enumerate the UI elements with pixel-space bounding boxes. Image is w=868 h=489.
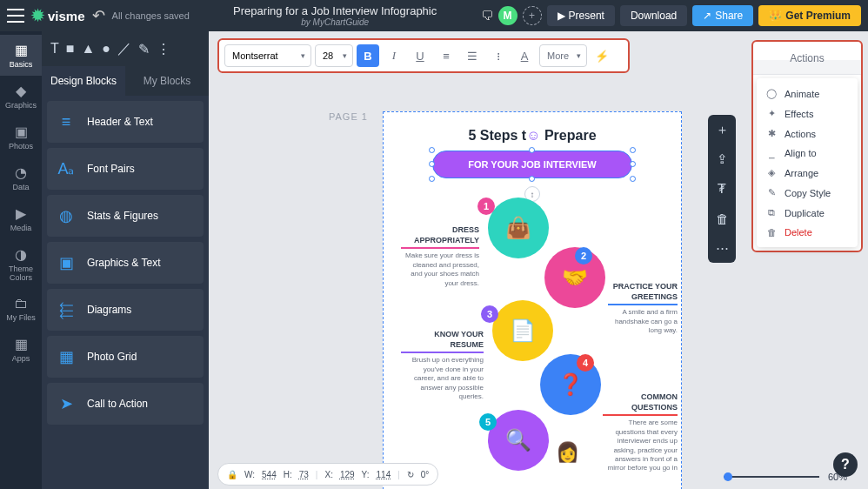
download-button[interactable]: Download: [620, 5, 687, 26]
step-badge: 3: [481, 305, 498, 323]
comment-icon[interactable]: 🗨: [481, 9, 493, 23]
height-value[interactable]: 73: [299, 470, 309, 479]
action-align-to[interactable]: ⎯Align to: [757, 144, 858, 163]
nav-photos[interactable]: ▣Photos: [0, 117, 42, 157]
action-actions[interactable]: ✱Actions: [757, 124, 858, 144]
nav-basics[interactable]: ▦Basics: [0, 35, 42, 76]
block-graphics-text[interactable]: ▣Graphics & Text: [47, 242, 204, 284]
resize-handle[interactable]: [529, 147, 535, 153]
shape-tool-row: T ■ ▲ ● ／ ✎ ⋮: [42, 31, 209, 66]
resize-handle[interactable]: [630, 176, 636, 182]
triangle-tool-icon[interactable]: ▲: [81, 41, 95, 57]
text-tool-icon[interactable]: T: [50, 41, 59, 57]
nav-graphics[interactable]: ◆Graphics: [0, 76, 42, 117]
lock-icon[interactable]: 🔒: [227, 470, 237, 479]
action-delete[interactable]: 🗑Delete: [757, 223, 858, 242]
get-premium-button[interactable]: 👑 Get Premium: [758, 5, 861, 26]
y-value[interactable]: 114: [377, 470, 391, 479]
more-icon[interactable]: ⋯: [708, 233, 736, 263]
block-font-pairs[interactable]: AₐFont Pairs: [47, 148, 204, 190]
present-button[interactable]: ▶ Present: [547, 5, 615, 26]
cta-text: FOR YOUR JOB INTERVIEW: [468, 159, 597, 170]
underline-button[interactable]: U: [409, 44, 431, 67]
resize-handle[interactable]: [429, 176, 435, 182]
hamburger-menu[interactable]: [7, 9, 24, 23]
nav-media[interactable]: ▶Media: [0, 198, 42, 239]
zoom-control: 60% ?: [724, 472, 847, 482]
font-select[interactable]: Montserrat: [224, 44, 311, 67]
spacing-icon[interactable]: ⫶: [487, 44, 510, 67]
side-panel: T ■ ▲ ● ／ ✎ ⋮ Design Blocks My Blocks ≡H…: [42, 31, 209, 489]
more-format-button[interactable]: More: [539, 44, 587, 67]
right-toolbar: ＋ ⇪ ₮ 🗑 ⋯: [708, 115, 736, 263]
add-collaborator-button[interactable]: +: [523, 6, 542, 25]
page-label: PAGE 1: [329, 111, 368, 122]
resize-handle[interactable]: [429, 161, 435, 167]
step-badge: 4: [577, 354, 594, 372]
x-value[interactable]: 129: [340, 470, 355, 479]
zoom-slider[interactable]: [724, 476, 819, 478]
help-button[interactable]: ?: [833, 452, 858, 477]
canvas-area[interactable]: Montserrat 28 B I U ≡ ☰ ⫶ A More ⚡ PAGE …: [209, 31, 868, 489]
list-icon[interactable]: ☰: [461, 44, 484, 67]
page-canvas[interactable]: 5 Steps t☺ Prepare FOR YOUR JOB INTERVIE…: [383, 111, 682, 489]
page-title[interactable]: 5 Steps t☺ Prepare: [384, 128, 681, 144]
text-settings-icon[interactable]: ₮: [708, 174, 736, 204]
nav-theme-colors[interactable]: ◑Theme Colors: [0, 239, 42, 289]
resize-handle[interactable]: [630, 147, 636, 153]
block-stats-figures[interactable]: ◍Stats & Figures: [47, 195, 204, 237]
tab-my-blocks[interactable]: My Blocks: [125, 66, 209, 96]
step-badge: 2: [575, 247, 592, 265]
document-author: by MyChartGuide: [197, 17, 474, 27]
nav-data[interactable]: ◔Data: [0, 157, 42, 198]
action-duplicate[interactable]: ⧉Duplicate: [757, 203, 858, 223]
nav-my-files[interactable]: 🗀My Files: [0, 289, 42, 329]
resize-handle[interactable]: [429, 147, 435, 153]
block-photo-grid[interactable]: ▦Photo Grid: [47, 336, 204, 378]
italic-button[interactable]: I: [383, 44, 405, 67]
animate-icon[interactable]: ⚡: [591, 44, 613, 67]
line-tool-icon[interactable]: ／: [117, 40, 131, 58]
action-copy-style[interactable]: ✎Copy Style: [757, 183, 858, 203]
rect-tool-icon[interactable]: ■: [66, 41, 75, 57]
resize-handle[interactable]: [529, 176, 535, 182]
pen-tool-icon[interactable]: ✎: [138, 41, 150, 57]
action-arrange[interactable]: ◈Arrange: [757, 163, 858, 183]
header-center: Preparing for a Job Interview Infographi…: [197, 4, 474, 27]
step-badge: 5: [479, 413, 497, 431]
rotate-icon[interactable]: ↻: [407, 470, 414, 479]
resize-handle[interactable]: [630, 161, 636, 167]
width-value[interactable]: 544: [262, 470, 277, 479]
font-size-select[interactable]: 28: [315, 44, 353, 67]
tab-design-blocks[interactable]: Design Blocks: [42, 66, 125, 96]
nav-apps[interactable]: ▦Apps: [0, 329, 42, 370]
status-bar: 🔒 W:544 H:73 | X:129 Y:114 | ↻ 0°: [217, 463, 438, 486]
circle-tool-icon[interactable]: ●: [102, 41, 110, 57]
block-header-text[interactable]: ≡Header & Text: [47, 101, 204, 143]
cta-selected-element[interactable]: FOR YOUR JOB INTERVIEW ↕: [432, 151, 632, 178]
avatar[interactable]: M: [498, 6, 517, 25]
document-title[interactable]: Preparing for a Job Interview Infographi…: [197, 4, 474, 17]
upload-icon[interactable]: ⇪: [708, 144, 736, 174]
more-tools-icon[interactable]: ⋮: [157, 41, 170, 57]
step-badge: 1: [477, 198, 495, 215]
share-button[interactable]: ↗ Share: [692, 5, 753, 26]
align-icon[interactable]: ≡: [435, 44, 457, 67]
text-color-icon[interactable]: A: [513, 44, 536, 67]
logo: ✹visme: [31, 6, 85, 25]
action-effects[interactable]: ✦Effects: [757, 104, 858, 124]
app-header: ✹visme ↶ All changes saved Preparing for…: [0, 0, 868, 31]
rotation-value[interactable]: 0°: [421, 470, 430, 479]
actions-tab[interactable]: Actions: [753, 42, 861, 75]
action-animate[interactable]: ◯Animate: [757, 84, 858, 104]
trash-icon[interactable]: 🗑: [708, 204, 736, 233]
add-icon[interactable]: ＋: [708, 115, 736, 144]
bold-button[interactable]: B: [357, 44, 379, 67]
panel-tabs: Design Blocks My Blocks: [42, 66, 209, 96]
undo-icon[interactable]: ↶: [92, 6, 105, 25]
block-call-to-action[interactable]: ➤Call to Action: [47, 383, 204, 425]
nav-rail: ▦Basics◆Graphics▣Photos◔Data▶Media◑Theme…: [0, 31, 42, 489]
save-status: All changes saved: [112, 10, 190, 21]
block-diagrams[interactable]: ⬱Diagrams: [47, 289, 204, 331]
actions-panel: Actions ◯Animate✦Effects✱Actions⎯Align t…: [751, 40, 863, 252]
